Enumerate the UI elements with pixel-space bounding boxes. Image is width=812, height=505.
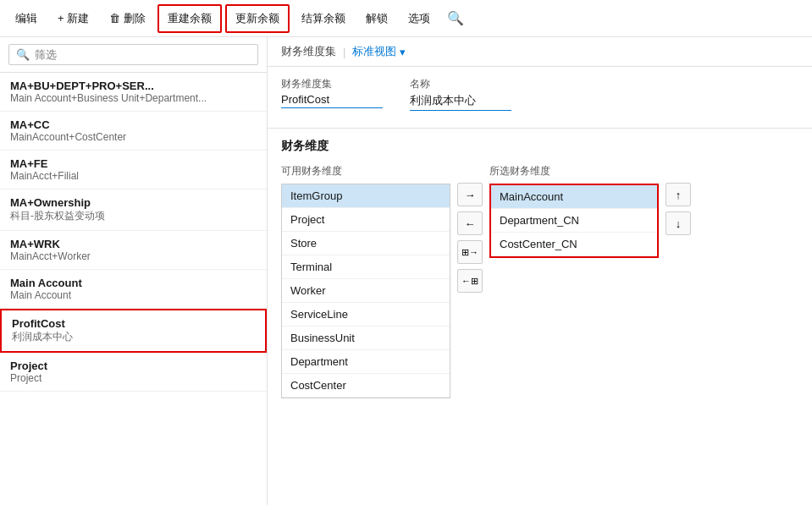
remove-button[interactable]: ← — [457, 211, 483, 235]
delete-button[interactable]: 🗑 删除 — [101, 6, 154, 31]
selected-list: MainAccount Department_CN CostCenter_CN — [489, 184, 659, 258]
search-icon: 🔍 — [16, 48, 30, 61]
remove-all-button[interactable]: ←⊞ — [457, 269, 483, 293]
list-item[interactable]: MA+Ownership 科目-股东权益变动项 — [0, 189, 267, 231]
item-subtitle: Project — [10, 372, 257, 384]
form-field-name: 名称 利润成本中心 — [410, 77, 511, 111]
dim-item-project[interactable]: Project — [282, 208, 450, 232]
breadcrumb-label1: 财务维度集 — [281, 44, 336, 59]
name-value: 利润成本中心 — [410, 93, 511, 111]
dimension-columns: 可用财务维度 ItemGroup Project Store Terminal … — [281, 164, 798, 495]
set-value: ProfitCost — [281, 93, 383, 108]
breadcrumb: 财务维度集 | 标准视图 ▾ — [268, 37, 812, 67]
item-title: MA+FE — [10, 157, 257, 170]
selected-item-costcenter-cn[interactable]: CostCenter_CN — [491, 233, 657, 256]
item-subtitle: Main Account — [10, 289, 257, 301]
sidebar-search-box[interactable]: 🔍 — [8, 44, 258, 65]
options-button[interactable]: 选项 — [400, 6, 439, 31]
selected-col: 所选财务维度 MainAccount Department_CN CostCen… — [489, 164, 659, 258]
search-input[interactable] — [35, 48, 251, 61]
item-subtitle: MainAcct+Worker — [10, 250, 257, 262]
transfer-arrows: → ← ⊞→ ←⊞ — [450, 183, 489, 293]
form-field-set: 财务维度集 ProfitCost — [281, 77, 383, 111]
chevron-down-icon: ▾ — [400, 46, 406, 58]
unlock-button[interactable]: 解锁 — [357, 6, 396, 31]
search-button[interactable]: 🔍 — [442, 5, 469, 32]
edit-button[interactable]: 编辑 — [7, 6, 46, 31]
move-up-button[interactable]: ↑ — [666, 183, 691, 206]
new-button[interactable]: + 新建 — [49, 6, 97, 31]
item-subtitle: 利润成本中心 — [12, 330, 255, 344]
item-title: Project — [10, 360, 257, 372]
settle-balance-button[interactable]: 结算余额 — [293, 6, 354, 31]
available-col-header: 可用财务维度 — [281, 164, 450, 178]
list-item[interactable]: MA+BU+DEPT+PRO+SER... Main Account+Busin… — [0, 73, 267, 112]
update-balance-button[interactable]: 更新余额 — [225, 4, 290, 33]
move-down-button[interactable]: ↓ — [666, 211, 691, 235]
selected-col-header: 所选财务维度 — [489, 164, 659, 178]
list-item[interactable]: MA+CC MainAccount+CostCenter — [0, 112, 267, 151]
list-item[interactable]: Main Account Main Account — [0, 270, 267, 309]
sidebar-list: MA+BU+DEPT+PRO+SER... Main Account+Busin… — [0, 73, 267, 505]
list-item[interactable]: MA+FE MainAcct+Filial — [0, 151, 267, 189]
search-icon: 🔍 — [447, 10, 464, 26]
selected-item-department-cn[interactable]: Department_CN — [491, 209, 657, 233]
dim-item-worker[interactable]: Worker — [282, 279, 450, 303]
available-col: 可用财务维度 ItemGroup Project Store Terminal … — [281, 164, 450, 398]
sidebar-header: 🔍 — [0, 37, 267, 73]
selected-item-mainaccount[interactable]: MainAccount — [491, 185, 657, 209]
item-subtitle: MainAccount+CostCenter — [10, 131, 257, 143]
content-form: 财务维度集 ProfitCost 名称 利润成本中心 — [268, 67, 812, 129]
dim-item-department[interactable]: Department — [282, 350, 450, 374]
name-label: 名称 — [410, 77, 511, 91]
rebuild-balance-button[interactable]: 重建余额 — [157, 4, 222, 33]
toolbar: 编辑 + 新建 🗑 删除 重建余额 更新余额 结算余额 解锁 选项 🔍 — [0, 0, 812, 37]
main-layout: 🔍 MA+BU+DEPT+PRO+SER... Main Account+Bus… — [0, 37, 812, 505]
item-title: ProfitCost — [12, 317, 255, 330]
dim-item-store[interactable]: Store — [282, 232, 450, 255]
available-list: ItemGroup Project Store Terminal Worker … — [281, 184, 450, 398]
item-title: Main Account — [10, 277, 257, 289]
list-item[interactable]: MA+WRK MainAcct+Worker — [0, 231, 267, 270]
breadcrumb-label2: 标准视图 — [352, 44, 396, 59]
item-title: MA+Ownership — [10, 196, 257, 209]
form-row: 财务维度集 ProfitCost 名称 利润成本中心 — [281, 77, 798, 111]
sidebar: 🔍 MA+BU+DEPT+PRO+SER... Main Account+Bus… — [0, 37, 268, 505]
item-title: MA+WRK — [10, 238, 257, 250]
item-subtitle: MainAcct+Filial — [10, 170, 257, 182]
add-button[interactable]: → — [457, 183, 483, 206]
breadcrumb-separator: | — [343, 46, 345, 58]
dim-item-itemgroup[interactable]: ItemGroup — [282, 184, 450, 208]
breadcrumb-view-dropdown[interactable]: 标准视图 ▾ — [352, 44, 406, 59]
up-down-arrows: ↑ ↓ — [659, 183, 698, 235]
item-title: MA+BU+DEPT+PRO+SER... — [10, 80, 257, 92]
dim-item-terminal[interactable]: Terminal — [282, 255, 450, 279]
item-subtitle: 科目-股东权益变动项 — [10, 209, 257, 223]
list-item[interactable]: Project Project — [0, 353, 267, 392]
delete-icon: 🗑 — [109, 12, 120, 25]
add-all-button[interactable]: ⊞→ — [457, 240, 483, 264]
dimension-section: 财务维度 可用财务维度 ItemGroup Project Store Term… — [268, 129, 812, 505]
item-title: MA+CC — [10, 118, 257, 131]
dim-item-businessunit[interactable]: BusinessUnit — [282, 327, 450, 350]
list-item-profitcost[interactable]: ProfitCost 利润成本中心 — [0, 309, 267, 353]
item-subtitle: Main Account+Business Unit+Department... — [10, 92, 257, 104]
content-area: 财务维度集 | 标准视图 ▾ 财务维度集 ProfitCost 名称 利润成本中… — [268, 37, 812, 505]
set-label: 财务维度集 — [281, 77, 383, 91]
dim-item-serviceline[interactable]: ServiceLine — [282, 303, 450, 327]
section-title: 财务维度 — [281, 139, 798, 154]
dim-item-costcenter[interactable]: CostCenter — [282, 374, 450, 398]
